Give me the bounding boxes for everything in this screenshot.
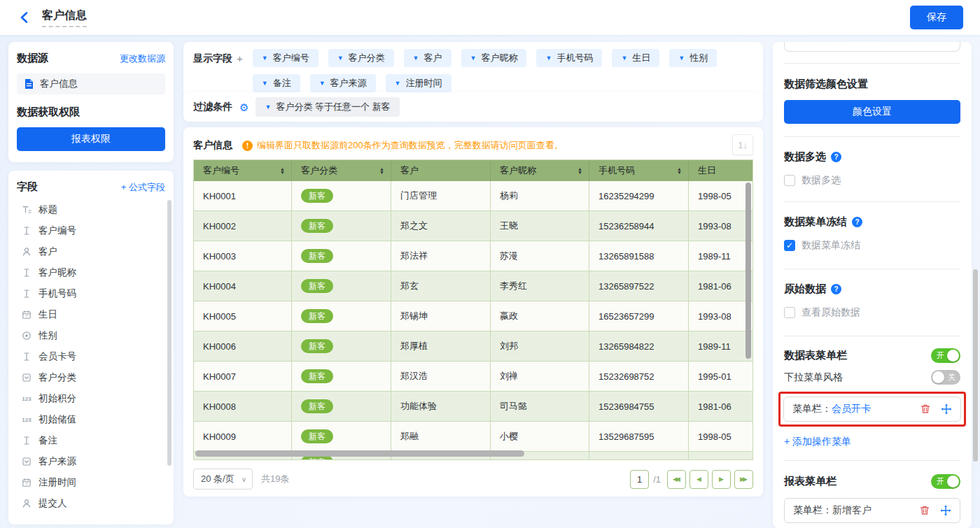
- table-row[interactable]: KH0003新客郑法祥苏漫132658915881989-11: [194, 241, 753, 271]
- page-number-input[interactable]: 1: [630, 470, 649, 489]
- column-header[interactable]: 客户编号▲▼: [194, 160, 292, 181]
- add-action-menu-link[interactable]: + 添加操作菜单: [784, 436, 960, 448]
- table-menu-toggle[interactable]: 开: [931, 348, 960, 363]
- menu-item-prefix: 菜单栏：: [793, 504, 832, 517]
- table-row[interactable]: KH0007新客郑汉浩刘禅152326987521995-01: [194, 362, 753, 392]
- next-page-button[interactable]: ▶: [712, 470, 731, 489]
- window-scrollbar[interactable]: [973, 269, 978, 462]
- column-header[interactable]: 生日: [689, 160, 753, 181]
- multi-select-title: 数据多选: [784, 150, 826, 164]
- display-field-chip[interactable]: ▼客户编号: [253, 49, 318, 67]
- sort-arrows-icon[interactable]: ▲▼: [379, 167, 384, 175]
- table-row[interactable]: KH0005新客郑锡坤嬴政165236572991993-08: [194, 301, 753, 331]
- preview-notice-text: 编辑界面只取数据源前200条作为查询数据预览，完整数据请访问页面查看。: [257, 139, 564, 152]
- field-item[interactable]: 备注: [17, 430, 165, 451]
- delete-menu-item-button[interactable]: [918, 505, 930, 517]
- field-item[interactable]: 客户: [17, 241, 165, 262]
- field-item[interactable]: 123初始积分: [17, 388, 165, 409]
- display-field-chip[interactable]: ▼生日: [612, 49, 659, 67]
- add-display-field-button[interactable]: +: [237, 52, 243, 64]
- menu-freeze-checkbox[interactable]: ✓: [784, 240, 795, 251]
- display-field-chip[interactable]: ▼客户来源: [310, 74, 376, 92]
- column-header[interactable]: 客户分类▲▼: [292, 160, 391, 181]
- add-formula-field-link[interactable]: + 公式字段: [121, 181, 165, 194]
- column-header[interactable]: 手机号码▲▼: [589, 160, 689, 181]
- color-settings-button[interactable]: 颜色设置: [784, 100, 960, 124]
- display-field-chip[interactable]: ▼客户分类: [328, 49, 394, 67]
- menu-freeze-checkbox-row[interactable]: ✓ 数据菜单冻结: [784, 239, 960, 252]
- table-row[interactable]: KH0002新客郑之文王晓152362589441993-08: [194, 211, 753, 241]
- drag-move-handle[interactable]: [940, 404, 952, 415]
- menu-item-value[interactable]: 会员开卡: [832, 403, 871, 415]
- report-menu-item-row[interactable]: 菜单栏： 新增客户: [784, 498, 960, 523]
- report-permission-button[interactable]: 报表权限: [17, 127, 165, 151]
- gear-icon[interactable]: ⚙: [239, 102, 248, 113]
- help-icon[interactable]: ?: [852, 217, 862, 227]
- display-field-chip[interactable]: ▼客户昵称: [461, 49, 527, 67]
- dropdown-style-toggle[interactable]: 关: [931, 370, 960, 385]
- field-item[interactable]: 标题: [17, 199, 165, 220]
- raw-data-checkbox[interactable]: [784, 307, 795, 318]
- category-badge: 新客: [301, 339, 333, 353]
- table-row[interactable]: KH0006新客郑厚植刘邦132659848221989-11: [194, 331, 753, 362]
- move-icon: [940, 505, 951, 516]
- field-item[interactable]: 客户编号: [17, 220, 165, 241]
- table-horizontal-scrollbar[interactable]: [195, 450, 524, 457]
- column-header-label: 手机号码: [598, 164, 635, 177]
- fields-scrollbar[interactable]: [167, 200, 172, 466]
- first-page-button[interactable]: ◀◀: [667, 470, 686, 489]
- sort-order-button[interactable]: 1↓: [732, 134, 753, 155]
- drag-move-handle[interactable]: [939, 505, 951, 517]
- sort-arrows-icon[interactable]: ▲▼: [578, 167, 582, 175]
- cell-phone: 16523657299: [598, 311, 654, 322]
- field-item[interactable]: 客户昵称: [17, 262, 165, 283]
- field-item[interactable]: 7注册时间: [17, 472, 165, 493]
- chevron-down-icon: ▼: [545, 55, 552, 62]
- field-item[interactable]: 性别: [17, 325, 165, 346]
- report-menu-toggle[interactable]: 开: [931, 474, 960, 489]
- table-vertical-scrollbar[interactable]: [746, 183, 751, 359]
- raw-data-checkbox-row[interactable]: 查看原始数据: [784, 306, 960, 319]
- menu-item-value[interactable]: 新增客户: [832, 504, 872, 517]
- table-row[interactable]: KH0001新客门店管理杨莉162352942991998-05: [194, 181, 753, 211]
- help-icon[interactable]: ?: [831, 284, 841, 294]
- field-item[interactable]: 提交人: [17, 493, 165, 514]
- field-item[interactable]: 客户分类: [17, 367, 165, 388]
- column-header[interactable]: 客户昵称▲▼: [491, 160, 589, 181]
- display-field-chip[interactable]: ▼备注: [253, 74, 300, 92]
- datasource-item[interactable]: 客户信息: [17, 73, 165, 94]
- table-row[interactable]: KH0004新客郑玄李秀红132658975221981-06: [194, 271, 753, 301]
- column-header-label: 客户分类: [301, 164, 337, 177]
- multi-select-checkbox-row[interactable]: 数据多选: [784, 174, 960, 187]
- table-row[interactable]: KH0008新客功能体验司马懿152369847551981-06: [194, 392, 753, 422]
- last-page-button[interactable]: ▶▶: [734, 470, 753, 489]
- help-icon[interactable]: ?: [831, 152, 841, 162]
- field-item[interactable]: 会员卡号: [17, 346, 165, 367]
- table-menu-item-row[interactable]: 菜单栏： 会员开卡: [783, 397, 961, 422]
- display-field-chip[interactable]: ▼手机号码: [536, 49, 602, 67]
- cell-customer-code: KH0005: [203, 311, 236, 322]
- display-field-chip[interactable]: ▼注册时间: [386, 74, 451, 92]
- filter-condition-chip[interactable]: ▼ 客户分类 等于任意一个 新客: [255, 97, 399, 117]
- field-item[interactable]: 123初始储值: [17, 409, 165, 430]
- change-datasource-link[interactable]: 更改数据源: [120, 52, 165, 65]
- table-row[interactable]: KH0009新客郑融小樱135296875951998-05: [194, 422, 753, 452]
- cell-birthday: 1993-08: [698, 311, 732, 322]
- column-header[interactable]: 客户: [391, 160, 491, 181]
- back-button[interactable]: [17, 10, 32, 25]
- save-button[interactable]: 保存: [910, 6, 963, 29]
- multi-select-checkbox[interactable]: [784, 175, 795, 186]
- field-item[interactable]: 客户来源: [17, 451, 165, 472]
- delete-menu-item-button[interactable]: [919, 404, 931, 415]
- prev-page-button[interactable]: ◀: [690, 470, 708, 489]
- field-item[interactable]: 手机号码: [17, 283, 165, 304]
- preview-notice: ! 编辑界面只取数据源前200条作为查询数据预览，完整数据请访问页面查看。: [242, 139, 564, 152]
- sort-arrows-icon[interactable]: ▲▼: [677, 167, 682, 175]
- page-size-select[interactable]: 20 条/页 ∨: [193, 469, 253, 490]
- display-field-chip[interactable]: ▼客户: [404, 49, 451, 67]
- display-field-chip[interactable]: ▼性别: [669, 49, 717, 67]
- sort-arrows-icon[interactable]: ▲▼: [280, 167, 285, 175]
- field-item[interactable]: 7生日: [17, 304, 165, 325]
- chevron-left-icon: [18, 11, 31, 24]
- cell-birthday: 1998-05: [698, 431, 732, 442]
